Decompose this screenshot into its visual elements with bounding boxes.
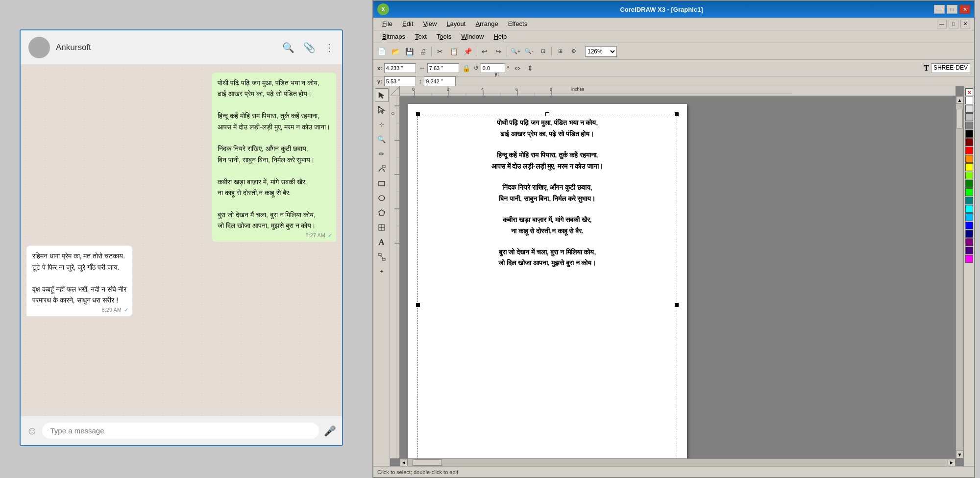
scroll-left-button[interactable]: ◄ xyxy=(400,459,408,466)
smart-draw-tool[interactable] xyxy=(375,162,389,176)
color-red[interactable] xyxy=(965,147,973,154)
w-input[interactable] xyxy=(427,63,459,73)
color-black[interactable] xyxy=(965,130,973,138)
message-input[interactable] xyxy=(42,423,319,439)
fit-button[interactable]: ⊡ xyxy=(537,45,549,58)
open-button[interactable]: 📂 xyxy=(389,45,402,58)
color-dark-blue[interactable] xyxy=(965,230,973,238)
double-check-icon: ✓ xyxy=(124,307,128,313)
menu-tools[interactable]: Tools xyxy=(432,32,456,41)
menu-view[interactable]: View xyxy=(418,19,441,28)
search-icon[interactable]: 🔍 xyxy=(282,42,294,53)
color-dark-red[interactable] xyxy=(965,138,973,146)
menu-bitmaps[interactable]: Bitmaps xyxy=(377,32,410,41)
zoom-select[interactable]: 126% 100% 75% 50% xyxy=(585,46,617,57)
titlebar: X CorelDRAW X3 - [Graphic1] — □ ✕ xyxy=(373,1,974,18)
menu-text[interactable]: Text xyxy=(410,32,432,41)
color-blue[interactable] xyxy=(965,222,973,229)
connector-tool[interactable] xyxy=(375,250,389,264)
rectangle-tool[interactable] xyxy=(375,176,389,190)
scroll-thumb-h[interactable] xyxy=(413,459,442,466)
scroll-up-button[interactable]: ▲ xyxy=(956,96,963,104)
ellipse-tool[interactable] xyxy=(375,191,389,205)
mirror-h-button[interactable]: ⇔ xyxy=(512,63,523,74)
save-button[interactable]: 💾 xyxy=(403,45,416,58)
menubar-min-button[interactable]: — xyxy=(937,20,947,28)
options-button[interactable]: ⚙ xyxy=(567,45,580,58)
menu-edit[interactable]: Edit xyxy=(397,19,418,28)
maximize-button[interactable]: □ xyxy=(947,5,957,14)
x-input[interactable] xyxy=(384,63,416,73)
svg-rect-3 xyxy=(383,165,385,168)
scroll-thumb-v[interactable] xyxy=(956,109,963,128)
mirror-v-button[interactable]: ⇕ xyxy=(525,63,536,74)
handle-tl[interactable] xyxy=(416,112,420,116)
redo-button[interactable]: ↪ xyxy=(492,45,505,58)
handle-mr[interactable] xyxy=(675,303,679,307)
print-button[interactable]: 🖨 xyxy=(416,45,429,58)
toolbar-row2: x: ↔ 🔒 ↺ ° ⇔ ⇕ y: T SHREE-DEV xyxy=(373,60,974,76)
scroll-down-button[interactable]: ▼ xyxy=(956,451,963,458)
minimize-button[interactable]: — xyxy=(934,5,945,14)
color-white[interactable] xyxy=(965,97,973,104)
undo-button[interactable]: ↩ xyxy=(478,45,491,58)
attachment-icon[interactable]: 📎 xyxy=(303,42,316,53)
y-label2: y: xyxy=(377,78,382,84)
new-button[interactable]: 📄 xyxy=(375,45,388,58)
color-yellow-green[interactable] xyxy=(965,172,973,179)
table-tool[interactable] xyxy=(375,221,389,234)
color-bright-green[interactable] xyxy=(965,188,973,196)
select-tool[interactable] xyxy=(375,88,389,102)
shape-tool[interactable] xyxy=(375,103,389,117)
handle-ml[interactable] xyxy=(416,303,420,307)
y-input[interactable] xyxy=(384,76,416,86)
color-cyan[interactable] xyxy=(965,205,973,213)
color-orange[interactable] xyxy=(965,155,973,163)
color-violet[interactable] xyxy=(965,247,973,254)
color-yellow[interactable] xyxy=(965,163,973,171)
color-gray[interactable] xyxy=(965,113,973,121)
menu-arrange[interactable]: Arrange xyxy=(470,19,503,28)
crop-tool[interactable]: ⊹ xyxy=(375,118,389,131)
menu-file[interactable]: File xyxy=(377,19,397,28)
menu-window[interactable]: Window xyxy=(456,32,489,41)
color-magenta[interactable] xyxy=(965,255,973,263)
menu-effects[interactable]: Effects xyxy=(503,19,533,28)
paste-button[interactable]: 📌 xyxy=(461,45,474,58)
polygon-tool[interactable] xyxy=(375,206,389,220)
copy-button[interactable]: 📋 xyxy=(447,45,460,58)
handle-tr[interactable] xyxy=(675,112,679,116)
dimension-tool[interactable]: ✦ xyxy=(375,265,389,278)
text-tool[interactable]: A xyxy=(375,235,389,249)
zoom-in-button[interactable]: 🔍+ xyxy=(509,45,522,58)
freehand-tool[interactable]: ✏ xyxy=(375,147,389,161)
emoji-button[interactable]: ☺ xyxy=(26,425,37,437)
close-button[interactable]: ✕ xyxy=(959,5,970,14)
zoom-out-button[interactable]: 🔍- xyxy=(523,45,536,58)
color-sky-blue[interactable] xyxy=(965,213,973,221)
color-purple[interactable] xyxy=(965,238,973,246)
microphone-button[interactable]: 🎤 xyxy=(324,425,336,437)
color-dark-gray[interactable] xyxy=(965,122,973,129)
more-options-icon[interactable]: ⋮ xyxy=(324,42,334,53)
toolbar-row2b: y: ↕ xyxy=(373,76,974,86)
zoom-tool[interactable]: 🔍 xyxy=(375,132,389,146)
header-icons: 🔍 📎 ⋮ xyxy=(282,42,334,53)
menu-layout[interactable]: Layout xyxy=(441,19,470,28)
font-name-display: SHREE-DEV xyxy=(931,63,970,73)
h-input[interactable] xyxy=(424,76,456,86)
menubar-close-button[interactable]: ✕ xyxy=(960,20,970,28)
handle-tc[interactable] xyxy=(545,112,549,116)
cut-button[interactable]: ✂ xyxy=(434,45,446,58)
menu-help[interactable]: Help xyxy=(489,32,512,41)
align-button[interactable]: ⊞ xyxy=(554,45,566,58)
menubar-max-button[interactable]: □ xyxy=(949,20,958,28)
scroll-right-button[interactable]: ► xyxy=(948,459,956,466)
no-color-swatch[interactable]: ✕ xyxy=(965,88,973,96)
angle-input[interactable] xyxy=(481,63,505,73)
color-teal[interactable] xyxy=(965,197,973,204)
main-area: ⊹ 🔍 ✏ A ✦ xyxy=(373,86,974,466)
lock-icon[interactable]: 🔒 xyxy=(462,64,470,72)
color-green[interactable] xyxy=(965,180,973,188)
color-light-gray[interactable] xyxy=(965,105,973,113)
